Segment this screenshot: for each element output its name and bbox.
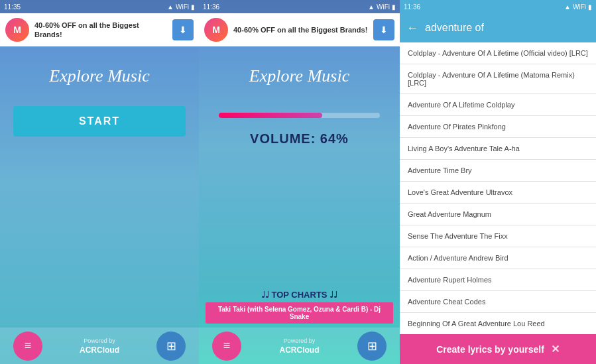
menu-icon-1: ≡ (25, 339, 32, 353)
list-item[interactable]: Living A Boy's Adventure Tale A-ha (400, 138, 596, 160)
status-icons-2: ▲ WiFi ▮ (368, 3, 396, 11)
list-item[interactable]: Action / Adventure Andrew Bird (400, 247, 596, 269)
powered-by-1: Powered by ACRCloud (80, 337, 119, 355)
battery-icon-2: ▮ (392, 3, 396, 11)
ad-banner-2[interactable]: M 40-60% OFF on all the Biggest Brands! … (199, 13, 400, 46)
list-item[interactable]: Adventure Rupert Holmes (400, 269, 596, 291)
create-lyrics-label: Create lyrics by yourself (436, 344, 544, 355)
ad-text-2: 40-60% OFF on all the Biggest Brands! (233, 25, 368, 34)
search-header: ← adventure of (400, 13, 596, 42)
wifi-icon-2: WiFi (377, 3, 390, 11)
status-bar-2: 11:36 ▲ WiFi ▮ (199, 0, 400, 13)
close-icon[interactable]: ✕ (551, 343, 560, 355)
app-title-1: Explore Music (0, 66, 199, 86)
menu-button-1[interactable]: ≡ (13, 332, 42, 361)
list-item[interactable]: Adventure Cheat Codes (400, 291, 596, 313)
top-charts-section: ♩♩ TOP CHARTS ♩♩ Taki Taki (with Selena … (199, 284, 400, 328)
ad-download-btn-2[interactable]: ⬇ (373, 19, 394, 40)
grid-icon-1: ⊞ (166, 339, 176, 353)
status-icons-1: ▲ WiFi ▮ (167, 3, 195, 11)
powered-by-2: Powered by ACRCloud (280, 337, 320, 355)
grid-button-2[interactable]: ⊞ (357, 332, 387, 361)
ad-logo-2: M (204, 18, 228, 42)
signal-icon: ▲ (167, 3, 174, 11)
search-query-text: adventure of (425, 22, 589, 34)
bottom-bar-2: ≡ Powered by ACRCloud ⊞ (199, 328, 400, 364)
status-time-3: 11:36 (404, 3, 420, 11)
battery-icon-3: ▮ (588, 3, 592, 11)
powered-by-text-1: Powered by (84, 337, 115, 344)
volume-bar-track[interactable] (219, 113, 380, 118)
top-charts-title: ♩♩ TOP CHARTS ♩♩ (206, 290, 393, 300)
results-list: Coldplay - Adventure Of A Lifetime (Offi… (400, 42, 596, 334)
list-item[interactable]: Great Adventure Magnum (400, 204, 596, 225)
ad-logo-1: M (5, 18, 29, 42)
status-bar-1: 11:35 ▲ WiFi ▮ (0, 0, 199, 13)
grid-icon-2: ⊞ (367, 339, 377, 353)
back-button[interactable]: ← (406, 21, 418, 35)
list-item[interactable]: Sense The Adventure The Fixx (400, 225, 596, 247)
download-icon-1: ⬇ (179, 25, 187, 35)
create-lyrics-button[interactable]: Create lyrics by yourself ✕ (400, 334, 596, 364)
ad-download-btn-1[interactable]: ⬇ (172, 19, 194, 40)
menu-button-2[interactable]: ≡ (212, 332, 241, 361)
signal-icon-3: ▲ (564, 3, 571, 11)
start-button[interactable]: START (13, 106, 186, 137)
panel-explore-music-volume: 11:36 ▲ WiFi ▮ M 40-60% OFF on all the B… (199, 0, 400, 364)
wifi-icon: WiFi (176, 3, 189, 11)
list-item[interactable]: Coldplay - Adventure Of A Lifetime (Mato… (400, 64, 596, 94)
status-time-1: 11:35 (4, 3, 21, 11)
ad-banner-1[interactable]: M 40-60% OFF on all the Biggest Brands! … (0, 13, 199, 46)
status-bar-3: 11:36 ▲ WiFi ▮ (400, 0, 596, 13)
grid-button-1[interactable]: ⊞ (156, 332, 186, 361)
powered-by-text-2: Powered by (284, 337, 316, 344)
volume-label: VOLUME: 64% (199, 131, 400, 147)
status-icons-3: ▲ WiFi ▮ (564, 3, 592, 11)
acr-brand-2: ACRCloud (280, 345, 320, 355)
list-item[interactable]: Adventure Time Bry (400, 160, 596, 182)
list-item[interactable]: Adventure Of A Lifetime Coldplay (400, 94, 596, 116)
signal-icon-2: ▲ (368, 3, 375, 11)
top-charts-song[interactable]: Taki Taki (with Selena Gomez, Ozuna & Ca… (206, 302, 393, 324)
ad-text-1: 40-60% OFF on all the Biggest Brands! (34, 21, 167, 40)
download-icon-2: ⬇ (380, 25, 388, 35)
list-item[interactable]: Coldplay - Adventure Of A Lifetime (Offi… (400, 42, 596, 64)
panel-explore-music-home: 11:35 ▲ WiFi ▮ M 40-60% OFF on all the B… (0, 0, 199, 364)
wifi-icon-3: WiFi (573, 3, 586, 11)
volume-bar-fill (219, 113, 322, 118)
acr-brand-1: ACRCloud (80, 345, 119, 355)
panel-search-results: 11:36 ▲ WiFi ▮ ← adventure of Coldplay -… (400, 0, 596, 364)
bottom-bar-1: ≡ Powered by ACRCloud ⊞ (0, 328, 199, 364)
app-title-2: Explore Music (199, 66, 400, 86)
list-item[interactable]: Adventure Of Pirates Pinkfong (400, 116, 596, 138)
volume-bar-container (219, 113, 380, 118)
menu-icon-2: ≡ (223, 339, 231, 353)
status-time-2: 11:36 (203, 3, 219, 11)
battery-icon: ▮ (191, 3, 195, 11)
list-item[interactable]: Beginning Of A Great Adventure Lou Reed (400, 313, 596, 334)
list-item[interactable]: Love's Great Adventure Ultravox (400, 182, 596, 204)
